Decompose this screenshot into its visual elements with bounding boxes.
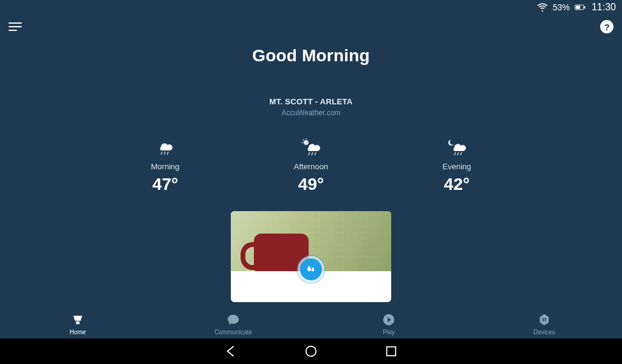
weather-source-link[interactable]: AccuWeather.com [281, 109, 340, 117]
forecast-label: Evening [443, 162, 471, 171]
svg-line-3 [161, 152, 162, 155]
rain-icon [155, 138, 176, 156]
forecast-temp: 49° [298, 175, 324, 194]
svg-line-12 [315, 152, 316, 155]
bottom-tab-bar: Home Communicate Play Devices [0, 309, 622, 339]
forecast-morning: Morning 47° [92, 138, 238, 194]
forecast-temp: 47° [152, 175, 178, 194]
svg-line-9 [303, 140, 304, 141]
status-clock: 11:30 [592, 2, 616, 13]
forecast-label: Morning [151, 162, 180, 171]
partly-rain-icon [299, 138, 323, 156]
tab-label: Communicate [214, 329, 252, 335]
home-icon [71, 313, 84, 328]
battery-icon [575, 2, 586, 13]
forecast-evening: Evening 42° [384, 138, 530, 194]
nav-back-button[interactable] [224, 345, 238, 358]
svg-point-6 [304, 140, 309, 145]
chat-icon [227, 313, 240, 328]
content-card[interactable] [231, 211, 391, 302]
svg-rect-2 [576, 5, 580, 8]
tab-label: Home [70, 329, 86, 335]
svg-rect-1 [584, 6, 585, 8]
forecast-label: Afternoon [294, 162, 328, 171]
svg-line-15 [460, 152, 462, 155]
top-bar: ? [0, 15, 622, 39]
tab-label: Devices [533, 329, 555, 335]
nav-home-button[interactable] [304, 345, 318, 358]
tab-play[interactable]: Play [311, 309, 466, 339]
svg-rect-16 [76, 321, 80, 324]
svg-line-11 [312, 152, 313, 155]
battery-percent: 53% [553, 2, 570, 12]
help-button[interactable]: ? [600, 20, 613, 33]
status-bar: 53% 11:30 [0, 0, 622, 15]
svg-line-10 [309, 152, 310, 155]
svg-line-14 [457, 152, 459, 155]
android-nav-bar [0, 339, 622, 364]
play-icon [382, 313, 395, 328]
forecast-afternoon: Afternoon 49° [238, 138, 384, 194]
forecast-temp: 42° [444, 175, 470, 194]
wifi-icon [537, 2, 548, 13]
main-content: Good Morning MT. SCOTT - ARLETA AccuWeat… [0, 39, 622, 309]
night-rain-icon [445, 138, 469, 156]
location-label: MT. SCOTT - ARLETA [270, 97, 353, 106]
tab-devices[interactable]: Devices [466, 309, 622, 339]
svg-line-4 [164, 152, 165, 155]
forecast-row: Morning 47° Afternoon 49° [92, 138, 530, 194]
raindrops-icon [300, 258, 322, 280]
greeting-title: Good Morning [252, 46, 370, 66]
nav-recent-button[interactable] [384, 345, 398, 358]
svg-line-5 [167, 152, 168, 155]
svg-rect-19 [387, 347, 396, 356]
tab-home[interactable]: Home [0, 309, 156, 339]
devices-icon [538, 313, 551, 328]
menu-icon[interactable] [9, 22, 22, 31]
svg-line-13 [454, 152, 456, 155]
svg-point-18 [306, 346, 316, 357]
tab-communicate[interactable]: Communicate [156, 309, 311, 339]
tab-label: Play [383, 329, 394, 335]
